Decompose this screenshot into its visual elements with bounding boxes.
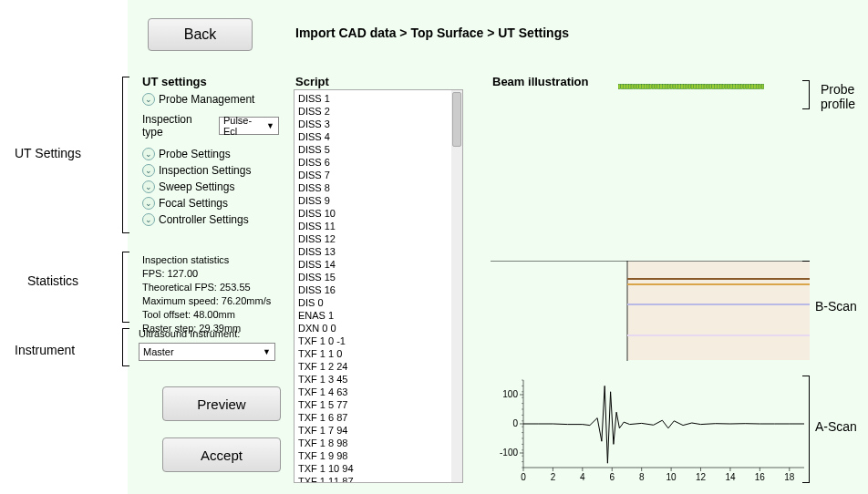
svg-text:0: 0 bbox=[512, 418, 518, 428]
svg-rect-45 bbox=[733, 85, 736, 89]
tree-item-sweep-settings[interactable]: ⌄ Sweep Settings bbox=[142, 179, 279, 195]
svg-rect-28 bbox=[688, 85, 691, 89]
script-line[interactable]: TXF 1 7 94 bbox=[298, 424, 448, 437]
script-line[interactable]: DISS 14 bbox=[298, 258, 448, 271]
script-line[interactable]: DISS 12 bbox=[298, 232, 448, 245]
stat-max-speed: Maximum speed: 76.20mm/s bbox=[142, 294, 277, 308]
stat-theoretical-fps: Theoretical FPS: 253.55 bbox=[142, 281, 277, 294]
brace-ut-settings bbox=[122, 77, 129, 233]
svg-rect-44 bbox=[730, 85, 733, 89]
script-line[interactable]: TXF 1 11 87 bbox=[298, 475, 448, 483]
instrument-select[interactable]: Master ▼ bbox=[139, 343, 275, 361]
script-line[interactable]: TXF 1 6 87 bbox=[298, 411, 448, 424]
script-line[interactable]: TXF 1 3 45 bbox=[298, 373, 448, 386]
svg-rect-50 bbox=[746, 85, 749, 89]
script-list-content: DISS 1DISS 2DISS 3DISS 4DISS 5DISS 6DISS… bbox=[294, 90, 451, 482]
column-header-script: Script bbox=[295, 75, 329, 88]
svg-rect-20 bbox=[667, 85, 670, 89]
preview-button[interactable]: Preview bbox=[162, 386, 281, 421]
instrument-panel: Ultrasound Instrument: Master ▼ bbox=[139, 328, 284, 361]
svg-rect-6 bbox=[631, 85, 634, 89]
script-line[interactable]: ENAS 1 bbox=[298, 309, 448, 322]
chevron-down-icon: ⌄ bbox=[142, 148, 155, 160]
script-line[interactable]: DISS 10 bbox=[298, 207, 448, 220]
script-line[interactable]: TXF 1 2 24 bbox=[298, 360, 448, 373]
tree-item-label: Probe Settings bbox=[159, 148, 231, 160]
svg-rect-25 bbox=[681, 85, 684, 89]
script-line[interactable]: DISS 5 bbox=[298, 143, 448, 156]
script-line[interactable]: TXF 1 0 -1 bbox=[298, 334, 448, 347]
svg-rect-41 bbox=[722, 85, 725, 89]
script-line[interactable]: DISS 1 bbox=[298, 92, 448, 105]
statistics-panel: Inspection statistics FPS: 127.00 Theore… bbox=[139, 252, 281, 337]
script-line[interactable]: DISS 9 bbox=[298, 194, 448, 207]
svg-rect-12 bbox=[646, 85, 649, 89]
svg-text:8: 8 bbox=[639, 472, 645, 482]
svg-rect-8 bbox=[636, 85, 639, 89]
script-listbox[interactable]: DISS 1DISS 2DISS 3DISS 4DISS 5DISS 6DISS… bbox=[294, 89, 463, 483]
svg-rect-10 bbox=[642, 85, 645, 89]
svg-text:14: 14 bbox=[725, 472, 736, 482]
script-line[interactable]: DISS 15 bbox=[298, 271, 448, 283]
inspection-type-value: Pulse-Ecl bbox=[223, 115, 263, 137]
tree-item-label: Controller Settings bbox=[159, 213, 249, 226]
svg-rect-43 bbox=[728, 85, 730, 89]
svg-text:4: 4 bbox=[580, 472, 585, 482]
script-line[interactable]: DISS 2 bbox=[298, 105, 448, 118]
brace-probe-profile bbox=[802, 80, 810, 109]
svg-rect-55 bbox=[759, 85, 761, 89]
script-line[interactable]: DISS 16 bbox=[298, 283, 448, 296]
script-line[interactable]: TXF 1 1 0 bbox=[298, 347, 448, 360]
tree-item-controller-settings[interactable]: ⌄ Controller Settings bbox=[142, 211, 279, 228]
instrument-label: Ultrasound Instrument: bbox=[139, 328, 284, 339]
script-line[interactable]: DISS 13 bbox=[298, 245, 448, 258]
script-line[interactable]: TXF 1 9 98 bbox=[298, 449, 448, 462]
tree-item-probe-settings[interactable]: ⌄ Probe Settings bbox=[142, 146, 279, 162]
svg-text:2: 2 bbox=[551, 472, 556, 482]
annotation-probe-profile-l1: Probe bbox=[821, 82, 854, 97]
scrollbar-vertical[interactable] bbox=[451, 90, 462, 482]
stat-fps: FPS: 127.00 bbox=[142, 267, 277, 281]
accept-button[interactable]: Accept bbox=[162, 437, 281, 472]
svg-text:16: 16 bbox=[755, 472, 766, 482]
script-line[interactable]: TXF 1 10 94 bbox=[298, 462, 448, 475]
script-line[interactable]: TXF 1 5 77 bbox=[298, 398, 448, 411]
svg-rect-22 bbox=[673, 85, 676, 89]
script-line[interactable]: DISS 11 bbox=[298, 220, 448, 232]
svg-rect-13 bbox=[649, 85, 652, 89]
tree-item-focal-settings[interactable]: ⌄ Focal Settings bbox=[142, 195, 279, 211]
script-line[interactable]: DISS 8 bbox=[298, 181, 448, 194]
svg-rect-37 bbox=[712, 85, 715, 89]
bscan-graphic bbox=[491, 261, 810, 361]
chevron-down-icon: ⌄ bbox=[142, 213, 155, 226]
brace-statistics bbox=[122, 252, 129, 323]
svg-rect-31 bbox=[697, 85, 699, 89]
script-line[interactable]: TXF 1 8 98 bbox=[298, 437, 448, 449]
breadcrumb: Import CAD data > Top Surface > UT Setti… bbox=[295, 26, 569, 40]
script-line[interactable]: DISS 7 bbox=[298, 169, 448, 181]
svg-rect-40 bbox=[719, 85, 722, 89]
svg-text:0: 0 bbox=[521, 472, 526, 482]
tree-item-inspection-settings[interactable]: ⌄ Inspection Settings bbox=[142, 162, 279, 179]
tree-item-label: Sweep Settings bbox=[159, 180, 234, 193]
statistics-title: Inspection statistics bbox=[142, 253, 277, 267]
chevron-down-icon: ⌄ bbox=[142, 164, 155, 177]
svg-rect-9 bbox=[639, 85, 642, 89]
svg-rect-16 bbox=[657, 85, 660, 89]
scrollbar-thumb[interactable] bbox=[452, 92, 461, 147]
inspection-type-select[interactable]: Pulse-Ecl ▼ bbox=[219, 117, 279, 135]
script-line[interactable]: DISS 4 bbox=[298, 130, 448, 143]
script-line[interactable]: DXN 0 0 bbox=[298, 322, 448, 334]
svg-rect-54 bbox=[756, 85, 759, 89]
tree-item-probe-management[interactable]: ⌄ Probe Management bbox=[142, 91, 279, 108]
script-line[interactable]: DISS 3 bbox=[298, 118, 448, 130]
svg-rect-38 bbox=[715, 85, 718, 89]
annotation-ut-settings: UT Settings bbox=[15, 146, 81, 160]
svg-rect-1 bbox=[618, 85, 621, 89]
script-line[interactable]: TXF 1 4 63 bbox=[298, 386, 448, 398]
back-button[interactable]: Back bbox=[148, 18, 253, 51]
script-line[interactable]: DIS 0 bbox=[298, 296, 448, 309]
svg-rect-29 bbox=[691, 85, 694, 89]
inspection-type-row: Inspection type Pulse-Ecl ▼ bbox=[142, 113, 279, 139]
script-line[interactable]: DISS 6 bbox=[298, 156, 448, 169]
